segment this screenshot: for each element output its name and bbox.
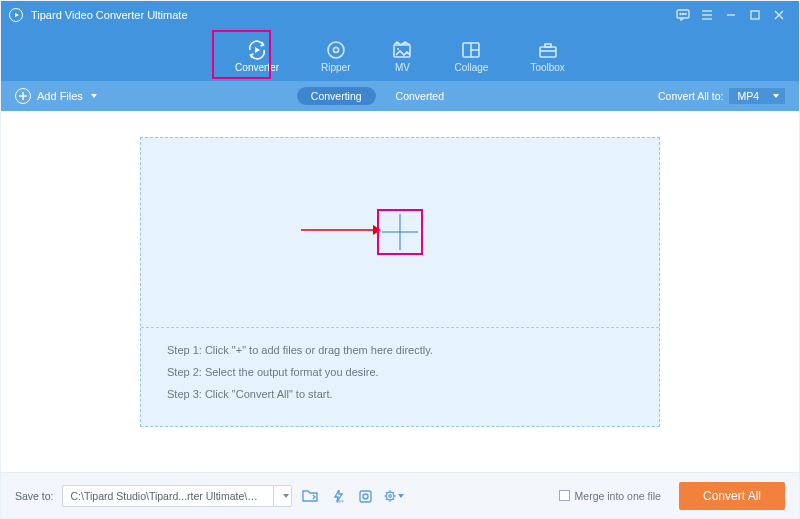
svg-marker-11	[255, 47, 260, 53]
svg-rect-20	[545, 44, 551, 47]
step-text: Step 1: Click "+" to add files or drag t…	[167, 344, 633, 356]
svg-point-15	[397, 48, 399, 50]
nav-tab-toolbox[interactable]: Toolbox	[526, 36, 568, 75]
nav-wrap: Converter Ripper MV Collage Toolbox	[1, 29, 799, 81]
save-path-dropdown[interactable]	[273, 486, 291, 506]
converter-icon	[246, 39, 268, 61]
svg-line-37	[386, 492, 387, 493]
svg-point-13	[333, 47, 338, 52]
svg-point-3	[685, 14, 686, 15]
convert-all-to: Convert All to: MP4	[658, 88, 785, 104]
tab-converted[interactable]: Converted	[382, 87, 458, 105]
nav-label: MV	[395, 62, 410, 73]
svg-point-30	[363, 494, 368, 499]
merge-checkbox[interactable]	[559, 490, 570, 501]
drop-zone-steps: Step 1: Click "+" to add files or drag t…	[141, 327, 659, 426]
svg-rect-19	[540, 47, 556, 57]
nav-tab-converter[interactable]: Converter	[231, 36, 283, 75]
nav-label: Converter	[235, 62, 279, 73]
step-text: Step 3: Click "Convert All" to start.	[167, 388, 633, 400]
plus-circle-icon	[15, 88, 31, 104]
convert-all-button[interactable]: Convert All	[679, 482, 785, 510]
convert-all-to-label: Convert All to:	[658, 90, 723, 102]
nav-label: Ripper	[321, 62, 350, 73]
annotation-highlight-plus	[377, 209, 423, 255]
nav-label: Toolbox	[530, 62, 564, 73]
mv-icon	[392, 41, 412, 59]
settings-button[interactable]	[384, 487, 404, 505]
nav-tab-ripper[interactable]: Ripper	[317, 36, 354, 75]
nav-label: Collage	[454, 62, 488, 73]
minimize-button[interactable]	[719, 5, 743, 25]
drop-zone-top	[141, 138, 659, 327]
status-segment: Converting Converted	[97, 87, 658, 105]
chevron-down-icon	[773, 94, 779, 98]
chevron-down-icon	[283, 494, 289, 498]
titlebar: Tipard Video Converter Ultimate	[1, 1, 799, 29]
high-speed-button[interactable]	[356, 487, 376, 505]
bottom-bar: Save to: C:\Tipard Studio\Tipard...rter …	[1, 472, 799, 518]
nav-tab-mv[interactable]: MV	[388, 36, 416, 75]
merge-option[interactable]: Merge into one file	[559, 490, 661, 502]
format-value: MP4	[737, 90, 759, 102]
app-title: Tipard Video Converter Ultimate	[31, 9, 188, 21]
save-path-field[interactable]: C:\Tipard Studio\Tipard...rter Ultimate\…	[62, 485, 292, 507]
step-text: Step 2: Select the output format you des…	[167, 366, 633, 378]
hardware-accel-button[interactable]: OFF	[328, 487, 348, 505]
save-path-value: C:\Tipard Studio\Tipard...rter Ultimate\…	[63, 490, 273, 502]
tab-converting[interactable]: Converting	[297, 87, 376, 105]
chevron-down-icon	[398, 494, 404, 498]
open-folder-button[interactable]	[300, 487, 320, 505]
save-to-label: Save to:	[15, 490, 54, 502]
main-nav: Converter Ripper MV Collage Toolbox	[1, 29, 799, 81]
svg-point-12	[328, 42, 344, 58]
toolbox-icon	[538, 41, 558, 59]
add-files-label: Add Files	[37, 90, 83, 102]
app-window: Tipard Video Converter Ultimate Converte…	[0, 0, 800, 519]
collage-icon	[461, 41, 481, 59]
feedback-icon[interactable]	[671, 5, 695, 25]
svg-rect-29	[360, 491, 371, 502]
merge-label: Merge into one file	[575, 490, 661, 502]
svg-rect-8	[751, 11, 759, 19]
svg-point-1	[680, 14, 681, 15]
menu-icon[interactable]	[695, 5, 719, 25]
output-format-select[interactable]: MP4	[729, 88, 785, 104]
work-area: Step 1: Click "+" to add files or drag t…	[1, 111, 799, 472]
svg-line-40	[386, 498, 387, 499]
svg-text:OFF: OFF	[336, 499, 345, 503]
annotation-arrow-icon	[301, 223, 381, 241]
svg-line-38	[392, 498, 393, 499]
maximize-button[interactable]	[743, 5, 767, 25]
svg-point-31	[386, 492, 394, 500]
ripper-icon	[326, 40, 346, 60]
svg-line-39	[392, 492, 393, 493]
app-logo-icon	[9, 8, 23, 22]
toolbar: Add Files Converting Converted Convert A…	[1, 81, 799, 111]
nav-tab-collage[interactable]: Collage	[450, 36, 492, 75]
add-files-button[interactable]: Add Files	[15, 88, 97, 104]
drop-zone[interactable]: Step 1: Click "+" to add files or drag t…	[140, 137, 660, 427]
svg-point-32	[388, 494, 391, 497]
close-button[interactable]	[767, 5, 791, 25]
svg-point-2	[683, 14, 684, 15]
